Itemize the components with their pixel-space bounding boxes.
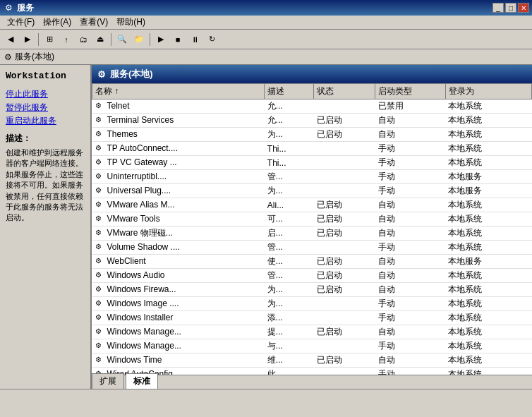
main-container: Workstation 停止此服务 暂停此服务 重启动此服务 描述： 创建和维护… bbox=[0, 65, 532, 389]
table-row[interactable]: ⚙WebClient使...已启动自动本地服务 bbox=[92, 255, 532, 269]
table-row[interactable]: ⚙Themes为...已启动自动本地系统 bbox=[92, 128, 532, 142]
service-startup-cell: 手动 bbox=[375, 241, 445, 255]
title-bar: ⚙ 服务 _ □ ✕ bbox=[0, 0, 532, 16]
table-row[interactable]: ⚙Windows Firewa...为...已启动自动本地系统 bbox=[92, 283, 532, 297]
service-login-cell: 本地系统 bbox=[445, 114, 531, 128]
folders-btn[interactable]: 📁 bbox=[131, 32, 147, 47]
back-button[interactable]: ◀ bbox=[3, 32, 18, 47]
address-bar: ⚙ 服务(本地) bbox=[0, 49, 532, 65]
service-startup-cell: 手动 bbox=[375, 156, 445, 170]
service-login-cell: 本地系统 bbox=[445, 212, 531, 226]
service-status-cell bbox=[314, 368, 375, 375]
service-status-cell: 已启动 bbox=[314, 198, 375, 212]
service-login-cell: 本地系统 bbox=[445, 198, 531, 212]
stop-btn[interactable]: ■ bbox=[170, 32, 186, 47]
table-row[interactable]: ⚙Windows Installer添...手动本地系统 bbox=[92, 311, 532, 325]
table-row[interactable]: ⚙VMware Tools可...已启动自动本地系统 bbox=[92, 212, 532, 226]
service-login-cell: 本地服务 bbox=[445, 170, 531, 184]
service-name-cell: ⚙WebClient bbox=[92, 255, 265, 269]
service-startup-cell: 自动 bbox=[375, 226, 445, 241]
pause-btn[interactable]: ⏸ bbox=[187, 32, 202, 47]
content-area: ⚙ 服务(本地) 名称 ↑ 描述 状态 启动类型 登录为 ⚙Telnet允...… bbox=[92, 65, 532, 389]
restart-service-link[interactable]: 重启动此服务 bbox=[6, 115, 85, 127]
menu-file[interactable]: 文件(F) bbox=[3, 15, 39, 30]
service-login-cell: 本地系统 bbox=[445, 226, 531, 241]
service-login-cell: 本地服务 bbox=[445, 255, 531, 269]
col-header-startup[interactable]: 启动类型 bbox=[375, 84, 445, 99]
service-desc-cell: 为... bbox=[265, 297, 314, 311]
service-startup-cell: 手动 bbox=[375, 368, 445, 375]
table-row[interactable]: ⚙Telnet允...已禁用本地系统 bbox=[92, 99, 532, 114]
service-desc-cell: 启... bbox=[265, 226, 314, 241]
service-name-cell: ⚙Uninterruptibl.... bbox=[92, 170, 265, 184]
tab-standard[interactable]: 标准 bbox=[126, 373, 158, 389]
menu-help[interactable]: 帮助(H) bbox=[112, 15, 150, 30]
table-row[interactable]: ⚙Terminal Services允...已启动自动本地系统 bbox=[92, 114, 532, 128]
service-status-cell: 已启动 bbox=[314, 114, 375, 128]
forward-button[interactable]: ▶ bbox=[20, 32, 35, 47]
table-row[interactable]: ⚙Volume Shadow ....管...手动本地系统 bbox=[92, 241, 532, 255]
stop-service-link[interactable]: 停止此服务 bbox=[6, 88, 85, 100]
col-header-login[interactable]: 登录为 bbox=[445, 84, 531, 99]
service-status-cell bbox=[314, 142, 375, 156]
service-name-cell: ⚙TP AutoConnect.... bbox=[92, 142, 265, 156]
table-row[interactable]: ⚙TP VC Gateway ...Thi...手动本地系统 bbox=[92, 156, 532, 170]
toolbar-sep-2 bbox=[111, 33, 111, 46]
toolbar-sep-1 bbox=[38, 33, 39, 46]
pause-service-link[interactable]: 暂停此服务 bbox=[6, 102, 85, 114]
play-btn[interactable]: ▶ bbox=[153, 32, 169, 47]
service-desc-cell: 为... bbox=[265, 128, 314, 142]
table-row[interactable]: ⚙TP AutoConnect....Thi...手动本地系统 bbox=[92, 142, 532, 156]
service-desc-cell: 使... bbox=[265, 255, 314, 269]
tab-expand[interactable]: 扩展 bbox=[92, 373, 124, 389]
service-login-cell: 本地系统 bbox=[445, 311, 531, 325]
service-status-cell bbox=[314, 184, 375, 198]
table-row[interactable]: ⚙Windows Image ....为...手动本地系统 bbox=[92, 297, 532, 311]
service-login-cell: 本地系统 bbox=[445, 325, 531, 339]
map-drive-btn[interactable]: 🗂 bbox=[75, 32, 91, 47]
table-row[interactable]: ⚙Windows Audio管...已启动自动本地系统 bbox=[92, 269, 532, 283]
service-desc-cell: 维... bbox=[265, 353, 314, 368]
restart-btn[interactable]: ↻ bbox=[204, 32, 219, 47]
service-status-cell bbox=[314, 297, 375, 311]
table-row[interactable]: ⚙Uninterruptibl....管...手动本地服务 bbox=[92, 170, 532, 184]
service-startup-cell: 自动 bbox=[375, 212, 445, 226]
view-toggle-btn[interactable]: ⊞ bbox=[42, 32, 57, 47]
service-desc-cell: Thi... bbox=[265, 142, 314, 156]
service-name-cell: ⚙Telnet bbox=[92, 99, 265, 114]
service-name-cell: ⚙Windows Manage... bbox=[92, 325, 265, 339]
search-btn[interactable]: 🔍 bbox=[114, 32, 130, 47]
service-name-cell: ⚙Universal Plug.... bbox=[92, 184, 265, 198]
menu-action[interactable]: 操作(A) bbox=[39, 15, 75, 30]
service-desc-cell: 为... bbox=[265, 184, 314, 198]
col-header-desc[interactable]: 描述 bbox=[265, 84, 314, 99]
service-name-cell: ⚙Themes bbox=[92, 128, 265, 142]
table-row[interactable]: ⚙Windows Time维...已启动自动本地系统 bbox=[92, 353, 532, 368]
table-row[interactable]: ⚙Universal Plug....为...手动本地服务 bbox=[92, 184, 532, 198]
minimize-button[interactable]: _ bbox=[492, 3, 504, 13]
service-status-cell: 已启动 bbox=[314, 325, 375, 339]
col-header-status[interactable]: 状态 bbox=[314, 84, 375, 99]
disconnect-btn[interactable]: ⏏ bbox=[92, 32, 108, 47]
service-status-cell: 已启动 bbox=[314, 269, 375, 283]
service-desc-cell: 提... bbox=[265, 325, 314, 339]
table-row[interactable]: ⚙VMware Alias M...Ali...已启动自动本地系统 bbox=[92, 198, 532, 212]
maximize-button[interactable]: □ bbox=[505, 3, 516, 13]
service-name-cell: ⚙Terminal Services bbox=[92, 114, 265, 128]
services-table-wrapper[interactable]: 名称 ↑ 描述 状态 启动类型 登录为 ⚙Telnet允...已禁用本地系统⚙T… bbox=[92, 83, 532, 375]
service-desc-cell: 允... bbox=[265, 114, 314, 128]
service-login-cell: 本地系统 bbox=[445, 128, 531, 142]
close-button[interactable]: ✕ bbox=[518, 3, 529, 13]
service-startup-cell: 自动 bbox=[375, 198, 445, 212]
panel-icon: ⚙ bbox=[97, 69, 106, 80]
service-status-cell: 已启动 bbox=[314, 353, 375, 368]
up-btn[interactable]: ↑ bbox=[59, 32, 74, 47]
table-row[interactable]: ⚙VMware 物理磁...启...已启动自动本地系统 bbox=[92, 226, 532, 241]
service-status-cell bbox=[314, 170, 375, 184]
window-controls: _ □ ✕ bbox=[492, 3, 529, 13]
menu-view[interactable]: 查看(V) bbox=[75, 15, 112, 30]
table-row[interactable]: ⚙Windows Manage...提...已启动自动本地系统 bbox=[92, 325, 532, 339]
table-row[interactable]: ⚙Windows Manage...与...手动本地系统 bbox=[92, 339, 532, 353]
col-header-name[interactable]: 名称 ↑ bbox=[92, 84, 265, 99]
status-bar bbox=[0, 389, 532, 401]
